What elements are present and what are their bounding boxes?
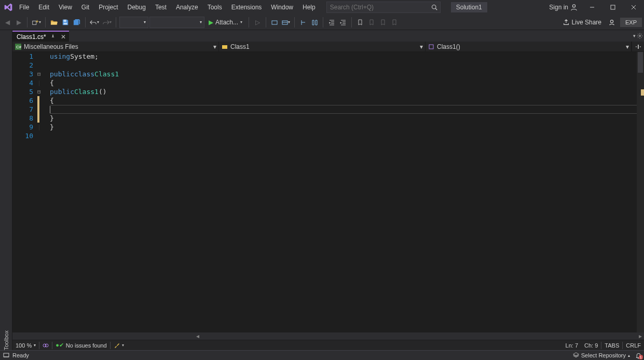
tb-btn-c[interactable]	[298, 17, 308, 28]
menu-debug[interactable]: Debug	[123, 0, 150, 15]
pin-icon[interactable]	[49, 34, 57, 39]
crumb-member[interactable]: Class1() ▾	[426, 42, 632, 51]
code-editor[interactable]: 12345678910 ⊟│⊟││││ using System;public …	[12, 52, 644, 332]
check-icon: ●✔	[56, 342, 64, 349]
chevron-down-icon[interactable]: ▾	[418, 43, 425, 50]
svg-point-0	[432, 5, 436, 9]
eol-mode[interactable]: CRLF	[623, 340, 644, 350]
undo-button[interactable]: ▾	[89, 17, 100, 28]
repo-label: Select Repository	[581, 352, 626, 358]
search-input[interactable]	[327, 4, 429, 11]
solution-config-dropdown[interactable]: ▾	[119, 17, 148, 28]
crumb-project-label: Miscellaneous Files	[24, 43, 78, 50]
menu-edit[interactable]: Edit	[34, 0, 54, 15]
split-editor-icon[interactable]	[632, 42, 644, 51]
toolbox-rail[interactable]: Toolbox	[0, 30, 12, 350]
indent-mode[interactable]: TABS	[601, 340, 622, 350]
feedback-button[interactable]	[607, 17, 617, 28]
status-text: Ready	[12, 352, 29, 358]
change-indicator	[37, 96, 39, 123]
menu-file[interactable]: File	[15, 0, 34, 15]
close-tab-icon[interactable]: ✕	[60, 33, 67, 41]
tb-btn-d[interactable]	[309, 17, 320, 28]
menu-analyze[interactable]: Analyze	[171, 0, 203, 15]
minimize-button[interactable]	[582, 0, 602, 15]
toolbar: ◀ ▶ ▾ ▾ ▾ ▾ ▾ ▶Attach...▾ ▷ ▾ Live Share…	[0, 15, 644, 30]
line-gutter: 12345678910	[12, 52, 37, 332]
tb-btn-b[interactable]: ▾	[281, 17, 291, 28]
search-icon[interactable]	[429, 4, 440, 10]
scroll-right-icon[interactable]: ▸	[637, 332, 644, 340]
save-button[interactable]	[60, 17, 71, 28]
output-icon[interactable]	[3, 353, 9, 358]
brush-button[interactable]: ▾	[111, 340, 127, 350]
menu-tools[interactable]: Tools	[203, 0, 227, 15]
live-share-button[interactable]: Live Share	[560, 19, 604, 26]
scroll-left-icon[interactable]: ◂	[194, 332, 201, 340]
notifications-button[interactable]: 1	[635, 352, 642, 359]
new-item-button[interactable]: ▾	[31, 17, 42, 28]
tb-btn-a[interactable]	[269, 17, 280, 28]
fold-margin[interactable]: ⊟│⊟││││	[37, 52, 50, 332]
open-button[interactable]	[49, 17, 59, 28]
menu-project[interactable]: Project	[94, 0, 122, 15]
save-all-button[interactable]	[72, 17, 82, 28]
chevron-down-icon[interactable]: ▾	[211, 43, 218, 50]
svg-rect-12	[272, 21, 277, 24]
nav-breadcrumb: C# Miscellaneous Files ▾ Class1 ▾ Class1…	[12, 42, 644, 52]
nav-fwd-button[interactable]: ▶	[13, 17, 24, 28]
debug-step-button[interactable]: ▷	[252, 17, 263, 28]
menu-extensions[interactable]: Extensions	[227, 0, 267, 15]
solution-name[interactable]: Solution1	[451, 2, 487, 12]
cursor-char[interactable]: Ch: 9	[581, 340, 601, 350]
maximize-button[interactable]	[602, 0, 623, 15]
tab-overflow-icon[interactable]: ▾	[633, 33, 636, 38]
exp-badge[interactable]: EXP	[620, 18, 642, 27]
file-tab-class1[interactable]: Class1.cs* ✕	[12, 31, 69, 42]
toolbox-label: Toolbox	[3, 33, 9, 350]
menu-test[interactable]: Test	[150, 0, 171, 15]
chevron-down-icon[interactable]: ▾	[624, 43, 631, 50]
indent-button[interactable]	[338, 17, 348, 28]
bm-next[interactable]	[378, 17, 388, 28]
svg-rect-10	[64, 19, 66, 21]
zoom-level[interactable]: 100 %▾	[12, 340, 39, 350]
solution-platform-dropdown[interactable]: ▾	[149, 17, 204, 28]
menu-search[interactable]	[326, 2, 441, 13]
svg-rect-31	[4, 353, 9, 357]
redo-button[interactable]: ▾	[101, 17, 113, 28]
crumb-class[interactable]: Class1 ▾	[219, 42, 426, 51]
menu-window[interactable]: Window	[266, 0, 298, 15]
bm-clear[interactable]	[389, 17, 400, 28]
svg-rect-28	[429, 45, 433, 49]
vertical-scrollbar[interactable]	[637, 52, 644, 332]
svg-line-1	[435, 8, 437, 10]
svg-point-30	[45, 344, 48, 347]
health-indicator[interactable]	[39, 340, 52, 350]
fold-toggle-icon[interactable]: ⊟	[37, 88, 41, 95]
scrollbar-thumb[interactable]	[638, 52, 643, 73]
close-button[interactable]	[623, 0, 644, 15]
crumb-class-label: Class1	[230, 43, 250, 50]
nav-back-button[interactable]: ◀	[2, 17, 12, 28]
tab-settings-icon[interactable]	[637, 33, 643, 39]
code-area[interactable]: using System;public class Class1{ public…	[50, 52, 637, 332]
outdent-button[interactable]	[326, 17, 337, 28]
status-bar: Ready Select Repository ▴ 1	[0, 350, 644, 360]
live-share-label: Live Share	[572, 19, 601, 26]
bookmark-button[interactable]	[355, 17, 365, 28]
editor-status-bar: 100 %▾ ●✔ No issues found ▾ Ln: 7 Ch: 9 …	[12, 340, 644, 350]
select-repository-button[interactable]: Select Repository ▴	[571, 352, 632, 358]
menu-git[interactable]: Git	[77, 0, 94, 15]
svg-rect-4	[611, 5, 615, 9]
crumb-project[interactable]: C# Miscellaneous Files ▾	[12, 42, 219, 51]
cursor-line[interactable]: Ln: 7	[563, 340, 581, 350]
menu-help[interactable]: Help	[298, 0, 320, 15]
attach-debugger-button[interactable]: ▶Attach...▾	[205, 17, 245, 28]
menu-view[interactable]: View	[54, 0, 77, 15]
fold-toggle-icon[interactable]: ⊟	[37, 71, 41, 77]
issues-status[interactable]: ●✔ No issues found	[52, 340, 110, 350]
svg-rect-11	[64, 22, 67, 24]
sign-in-button[interactable]: Sign in	[545, 4, 582, 11]
bm-prev[interactable]	[366, 17, 377, 28]
